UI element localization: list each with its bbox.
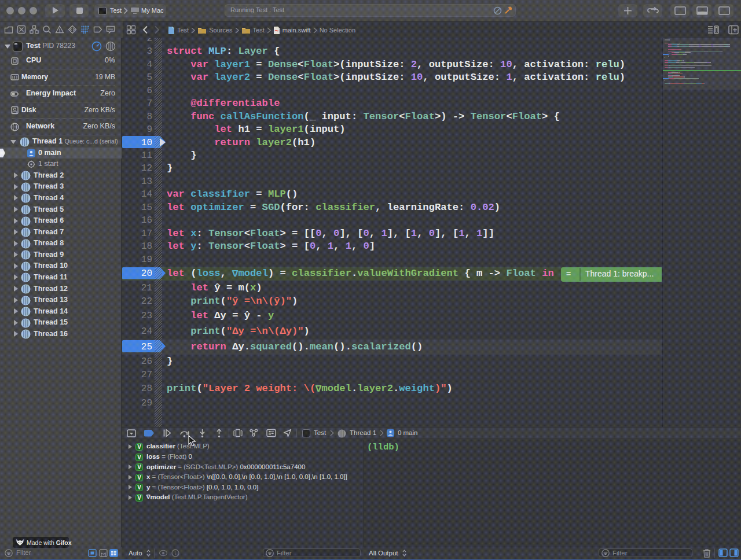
svg-text:i: i: [175, 550, 177, 556]
